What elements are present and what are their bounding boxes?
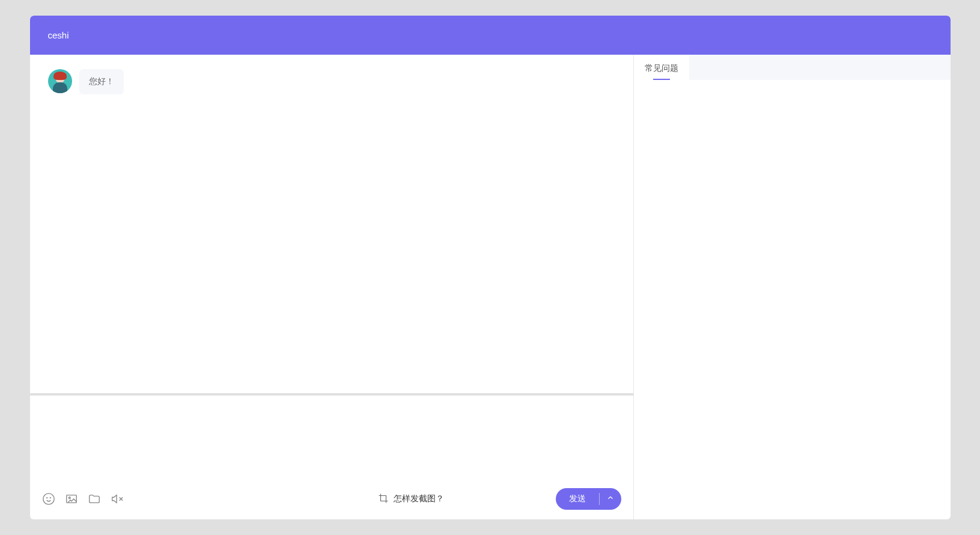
svg-point-2 — [50, 498, 50, 498]
side-body — [634, 80, 951, 519]
input-panel: 怎样发截图？ 发送 — [30, 393, 633, 519]
tab-label: 常见问题 — [645, 63, 678, 73]
chat-window: ceshi 您好！ — [30, 16, 951, 519]
topbar: ceshi — [30, 16, 951, 55]
messages-scroll[interactable]: 您好！ — [30, 55, 633, 393]
svg-point-1 — [46, 498, 47, 498]
chevron-up-icon — [606, 494, 615, 504]
topbar-title: ceshi — [48, 30, 69, 40]
tab-faq[interactable]: 常见问题 — [634, 55, 689, 80]
folder-icon[interactable] — [88, 492, 101, 506]
crop-hint-link[interactable]: 怎样发截图？ — [378, 493, 444, 506]
side-tabs: 常见问题 — [634, 55, 951, 80]
send-options-button[interactable] — [600, 488, 621, 510]
input-toolbar: 怎样发截图？ 发送 — [30, 488, 633, 519]
mute-icon[interactable] — [111, 492, 124, 506]
svg-point-4 — [68, 497, 70, 499]
crop-hint-text: 怎样发截图？ — [394, 494, 444, 504]
image-icon[interactable] — [65, 492, 78, 506]
side-panel: 常见问题 — [633, 55, 951, 519]
message-text: 您好！ — [89, 76, 114, 86]
crop-icon — [378, 493, 389, 506]
message-bubble: 您好！ — [79, 69, 124, 94]
message-row: 您好！ — [48, 69, 615, 94]
send-button-group: 发送 — [556, 488, 621, 510]
message-input[interactable] — [30, 396, 633, 488]
agent-avatar — [48, 69, 72, 93]
send-button[interactable]: 发送 — [556, 488, 599, 510]
chat-area: 您好！ — [30, 55, 633, 519]
svg-point-0 — [43, 494, 53, 504]
body-row: 您好！ — [30, 55, 951, 519]
emoji-icon[interactable] — [42, 492, 55, 506]
